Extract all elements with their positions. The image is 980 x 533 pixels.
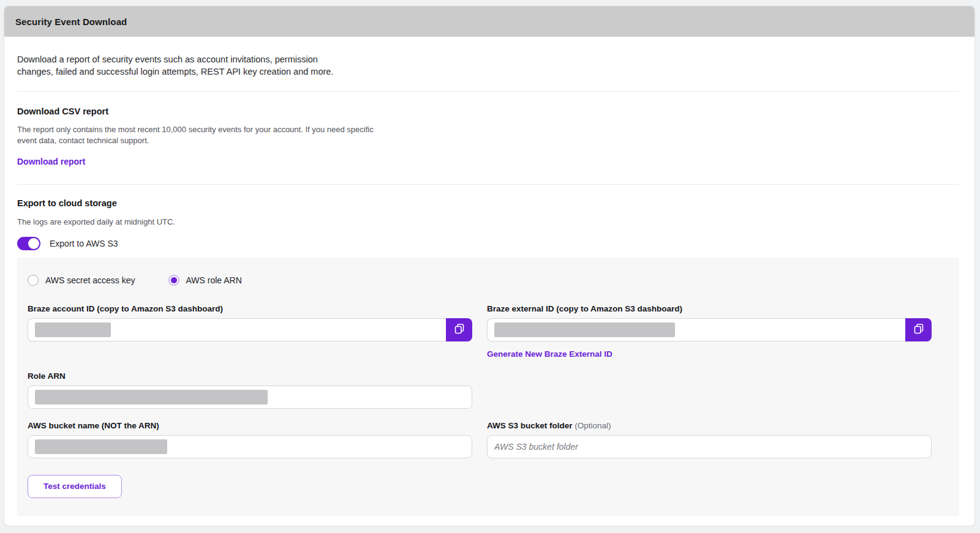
- csv-desc-line-2: event data, contact technical support.: [17, 135, 959, 146]
- bucket-name-input[interactable]: [28, 435, 472, 458]
- export-section-description: The logs are exported daily at midnight …: [17, 217, 959, 228]
- field-label-text: AWS S3 bucket folder: [487, 421, 573, 430]
- radio-label: AWS role ARN: [186, 275, 242, 285]
- generate-new-external-id-link[interactable]: Generate New Braze External ID: [487, 349, 612, 359]
- field-label: AWS bucket name (NOT the ARN): [28, 421, 472, 430]
- csv-section-heading: Download CSV report: [17, 106, 959, 116]
- card-body: Download a report of security events suc…: [4, 53, 974, 516]
- download-report-link[interactable]: Download report: [17, 157, 85, 166]
- redacted-value: [494, 322, 675, 337]
- toggle-knob: [28, 238, 39, 249]
- auth-method-radio-group: AWS secret access key AWS role ARN: [28, 275, 949, 286]
- radio-selected-icon[interactable]: [168, 275, 179, 286]
- export-section-heading: Export to cloud storage: [17, 198, 959, 208]
- card-header: Security Event Download: [4, 6, 974, 37]
- radio-label: AWS secret access key: [45, 275, 135, 285]
- bucket-name-input-wrap: [28, 435, 472, 458]
- role-arn-input[interactable]: [28, 386, 472, 409]
- radio-aws-secret-access-key[interactable]: AWS secret access key: [28, 275, 135, 286]
- card-title: Security Event Download: [15, 17, 127, 27]
- braze-account-id-input-wrap: [28, 318, 472, 341]
- cloud-storage-section: Export to cloud storage The logs are exp…: [17, 198, 959, 516]
- intro-text: Download a report of security events suc…: [17, 53, 959, 78]
- braze-account-id-input[interactable]: [28, 318, 446, 341]
- role-arn-input-wrap: [28, 386, 472, 409]
- optional-tag: (Optional): [575, 421, 611, 430]
- braze-external-id-input[interactable]: [487, 318, 905, 341]
- divider: [17, 91, 959, 92]
- field-braze-account-id: Braze account ID (copy to Amazon S3 dash…: [28, 304, 472, 341]
- copy-icon: [913, 322, 925, 337]
- divider: [17, 184, 959, 185]
- intro-line-1: Download a report of security events suc…: [17, 53, 959, 65]
- field-role-arn: Role ARN: [28, 371, 472, 409]
- credentials-grid: Braze account ID (copy to Amazon S3 dash…: [28, 304, 949, 458]
- radio-dot: [171, 277, 177, 283]
- braze-external-id-input-wrap: [487, 318, 932, 341]
- export-toggle-row: Export to AWS S3: [17, 237, 959, 250]
- s3-config-panel: AWS secret access key AWS role ARN Braze…: [17, 258, 959, 516]
- security-event-download-card: Security Event Download Download a repor…: [4, 6, 975, 526]
- field-label: Braze external ID (copy to Amazon S3 das…: [487, 304, 932, 313]
- field-braze-external-id: Braze external ID (copy to Amazon S3 das…: [487, 304, 932, 359]
- field-bucket-folder: AWS S3 bucket folder (Optional): [487, 421, 932, 458]
- copy-account-id-button[interactable]: [446, 318, 472, 341]
- field-label: Braze account ID (copy to Amazon S3 dash…: [28, 304, 472, 313]
- radio-aws-role-arn[interactable]: AWS role ARN: [168, 275, 242, 286]
- field-bucket-name: AWS bucket name (NOT the ARN): [28, 421, 472, 458]
- test-credentials-button[interactable]: Test credentials: [28, 475, 122, 498]
- export-toggle-label: Export to AWS S3: [50, 239, 118, 248]
- bucket-folder-input[interactable]: [487, 435, 932, 458]
- field-label: AWS S3 bucket folder (Optional): [487, 421, 932, 430]
- redacted-value: [35, 439, 167, 454]
- export-s3-toggle[interactable]: [17, 237, 40, 250]
- csv-section-description: The report only contains the most recent…: [17, 124, 959, 146]
- radio-unselected-icon[interactable]: [28, 275, 39, 286]
- csv-desc-line-1: The report only contains the most recent…: [17, 124, 959, 135]
- intro-line-2: changes, failed and successful login att…: [17, 65, 959, 78]
- field-label: Role ARN: [28, 371, 472, 381]
- redacted-value: [35, 390, 268, 404]
- copy-icon: [453, 322, 466, 337]
- csv-report-section: Download CSV report The report only cont…: [17, 106, 959, 167]
- copy-external-id-button[interactable]: [905, 318, 932, 341]
- redacted-value: [35, 322, 111, 337]
